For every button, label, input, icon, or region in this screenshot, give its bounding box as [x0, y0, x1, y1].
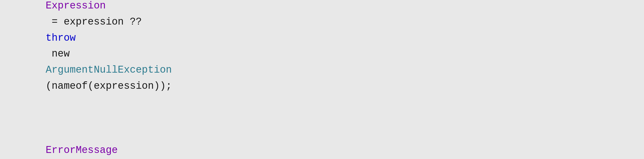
property-expression: Expression [46, 0, 106, 11]
keyword-throw: throw [46, 32, 76, 44]
code-block: public Refinement<T>( Expression<Func<T,… [6, 0, 638, 159]
indent [46, 128, 70, 140]
exception-type: ArgumentNullException [46, 64, 172, 76]
property-errormessage: ErrorMessage [46, 144, 118, 156]
code-text: new [46, 48, 76, 59]
code-line-3: Expression = expression ?? throw new Arg… [22, 0, 622, 110]
code-text: (nameof(expression)); [46, 80, 172, 92]
code-line-4: ErrorMessage = errorMessage; [22, 110, 622, 159]
code-text: = expression ?? [46, 16, 148, 27]
